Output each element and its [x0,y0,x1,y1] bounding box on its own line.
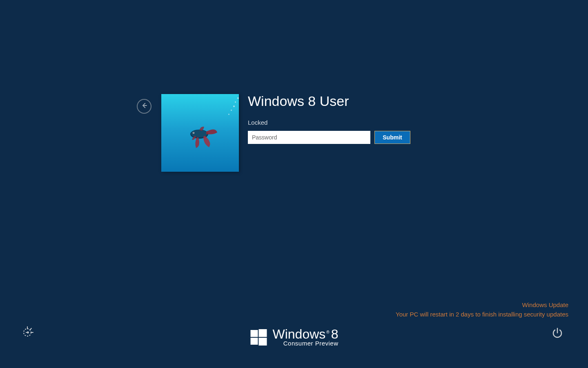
password-row: Submit [248,131,410,144]
login-panel: Windows 8 User Locked Submit [137,94,410,172]
windows-logo-icon [250,328,268,346]
password-input[interactable] [248,131,370,144]
brand-title: Windows®8 [273,328,339,341]
lock-status-label: Locked [248,119,410,126]
update-notice: Windows Update Your PC will restart in 2… [396,301,568,319]
svg-rect-7 [259,338,267,346]
brand-subtitle: Consumer Preview [273,340,339,347]
update-notice-message: Your PC will restart in 2 days to finish… [396,310,568,319]
svg-rect-6 [251,338,258,345]
ease-of-access-button[interactable] [20,325,34,339]
svg-point-3 [193,132,194,133]
power-icon [551,334,564,341]
betta-fish-image [184,123,220,153]
user-avatar [161,94,239,172]
submit-button[interactable]: Submit [374,131,410,144]
username-label: Windows 8 User [248,93,410,109]
power-button[interactable] [551,327,564,339]
svg-rect-5 [259,329,267,337]
update-notice-title: Windows Update [396,301,568,310]
svg-rect-4 [251,330,258,337]
ease-of-access-icon [20,334,34,341]
user-info: Windows 8 User Locked Submit [248,94,410,144]
arrow-left-icon [140,102,148,111]
windows-brand: Windows®8 Consumer Preview [250,328,339,347]
back-button[interactable] [137,99,151,114]
